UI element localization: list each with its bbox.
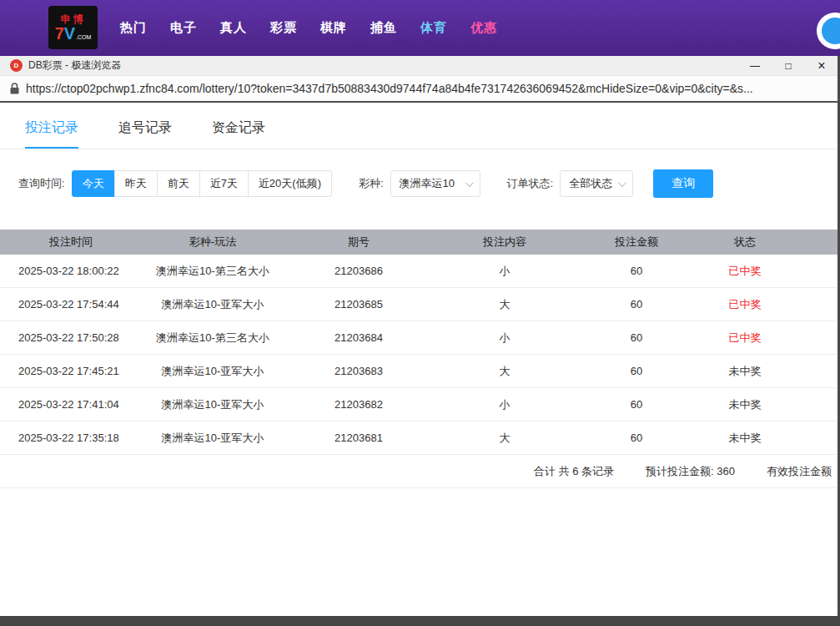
minimize-button[interactable]: — [738, 56, 772, 75]
cell-bet-content: 小 [434, 331, 576, 346]
address-bar[interactable]: https://ctop02pchwp1.zfnc84.com/lottery/… [0, 76, 840, 103]
nav-item-lottery[interactable]: 彩票 [259, 20, 309, 36]
cell-lottery-play: 澳洲幸运10-亚军大小 [142, 431, 284, 446]
table-row: 2025-03-22 18:00:22 澳洲幸运10-第三名大小 2120368… [0, 255, 840, 288]
lottery-records-page: 投注记录 追号记录 资金记录 查询时间: 今天 昨天 前天 近7天 近20天(低… [0, 103, 840, 616]
tab-chase-records[interactable]: 追号记录 [118, 119, 172, 149]
tab-bet-records[interactable]: 投注记录 [25, 119, 78, 149]
table-row: 2025-03-22 17:54:44 澳洲幸运10-亚军大小 21203685… [0, 288, 840, 321]
header-issue-number: 期号 [284, 235, 434, 250]
cell-bet-amount: 60 [576, 265, 697, 277]
table-header-row: 投注时间 彩种-玩法 期号 投注内容 投注金额 状态 [0, 230, 840, 255]
service-icon [822, 18, 840, 44]
logo-text-cn: 申博 [61, 13, 86, 25]
nav-item-sports[interactable]: 体育 [409, 20, 459, 36]
cell-lottery-play: 澳洲幸运10-亚军大小 [142, 397, 284, 412]
cell-bet-time: 2025-03-22 17:50:28 [0, 331, 142, 344]
bet-records-table: 投注时间 彩种-玩法 期号 投注内容 投注金额 状态 2025-03-22 18… [0, 230, 840, 488]
nav-item-chess[interactable]: 棋牌 [309, 20, 359, 36]
summary-expected-amount: 预计投注金额: 360 [646, 464, 735, 479]
cell-lottery-play: 澳洲幸运10-亚军大小 [142, 297, 284, 312]
cell-bet-amount: 60 [576, 365, 697, 377]
customer-service-float-icon[interactable] [817, 13, 840, 49]
nav-item-hot[interactable]: 热门 [108, 20, 158, 36]
order-status-label: 订单状态: [507, 176, 554, 191]
window-controls: — □ × [738, 56, 838, 75]
cell-lottery-play: 澳洲幸运10-第三名大小 [142, 331, 284, 346]
header-bet-time: 投注时间 [0, 235, 142, 250]
time-filter-yesterday-button[interactable]: 昨天 [114, 170, 158, 197]
site-topbar: 申博 7 V .COM 热门 电子 真人 彩票 棋牌 捕鱼 体育 优惠 [0, 0, 840, 56]
cell-bet-content: 大 [434, 364, 576, 379]
cell-bet-content: 小 [434, 264, 576, 279]
cell-bet-amount: 60 [576, 398, 697, 411]
lottery-type-select[interactable]: 澳洲幸运10 [390, 170, 480, 197]
table-summary-row: 合计 共 6 条记录 预计投注金额: 360 有效投注金额 [0, 455, 840, 488]
main-nav: 热门 电子 真人 彩票 棋牌 捕鱼 体育 优惠 [108, 20, 509, 36]
order-status-select[interactable]: 全部状态 [560, 170, 633, 197]
window-bottom-border [0, 616, 840, 626]
order-status-value: 全部状态 [569, 176, 612, 191]
table-row: 2025-03-22 17:50:28 澳洲幸运10-第三名大小 2120368… [0, 321, 840, 355]
browser-app-icon: D [10, 59, 23, 72]
tab-fund-records[interactable]: 资金记录 [212, 119, 265, 149]
cell-status: 未中奖 [697, 397, 792, 412]
nav-item-live[interactable]: 真人 [209, 20, 259, 36]
time-filter-label: 查询时间: [18, 176, 65, 191]
cell-bet-time: 2025-03-22 17:54:44 [0, 298, 142, 310]
lock-icon [10, 83, 19, 94]
filter-bar: 查询时间: 今天 昨天 前天 近7天 近20天(低频) 彩种: 澳洲幸运10 订… [18, 169, 840, 198]
header-lottery-play: 彩种-玩法 [142, 235, 284, 250]
cell-issue-number: 21203681 [284, 432, 434, 444]
query-button[interactable]: 查询 [653, 169, 713, 198]
header-bet-amount: 投注金额 [576, 235, 697, 250]
lottery-type-label: 彩种: [359, 176, 384, 191]
close-button[interactable]: × [805, 56, 838, 75]
table-row: 2025-03-22 17:35:18 澳洲幸运10-亚军大小 21203681… [0, 422, 840, 455]
cell-status: 已中奖 [697, 264, 792, 279]
cell-bet-content: 大 [434, 431, 576, 446]
browser-titlebar: D DB彩票 - 极速浏览器 — □ × [0, 56, 840, 76]
record-tabs: 投注记录 追号记录 资金记录 [0, 103, 840, 149]
header-bet-content: 投注内容 [434, 235, 576, 250]
table-row: 2025-03-22 17:41:04 澳洲幸运10-亚军大小 21203682… [0, 388, 840, 422]
cell-issue-number: 21203682 [284, 398, 434, 411]
time-filter-7days-button[interactable]: 近7天 [199, 170, 249, 197]
summary-valid-amount: 有效投注金额 [767, 464, 840, 479]
cell-status: 未中奖 [697, 431, 792, 446]
maximize-button[interactable]: □ [772, 56, 805, 75]
cell-status: 未中奖 [697, 364, 792, 379]
table-row: 2025-03-22 17:45:21 澳洲幸运10-亚军大小 21203683… [0, 355, 840, 388]
url-text: https://ctop02pchwp1.zfnc84.com/lottery/… [26, 82, 753, 95]
cell-bet-amount: 60 [576, 298, 697, 310]
site-logo[interactable]: 申博 7 V .COM [48, 6, 98, 49]
cell-issue-number: 21203683 [284, 365, 434, 377]
chevron-down-icon [618, 179, 626, 187]
nav-item-promo[interactable]: 优惠 [459, 20, 509, 36]
cell-bet-content: 大 [434, 297, 576, 312]
cell-bet-amount: 60 [576, 331, 697, 344]
cell-lottery-play: 澳洲幸运10-第三名大小 [142, 264, 284, 279]
nav-item-fishing[interactable]: 捕鱼 [359, 20, 409, 36]
cell-status: 已中奖 [697, 331, 792, 346]
cell-bet-time: 2025-03-22 17:45:21 [0, 365, 142, 377]
summary-total: 合计 共 6 条记录 [534, 464, 614, 479]
cell-bet-time: 2025-03-22 17:41:04 [0, 398, 142, 411]
nav-item-electronic[interactable]: 电子 [158, 20, 209, 36]
time-filter-20days-button[interactable]: 近20天(低频) [248, 170, 332, 197]
chevron-down-icon [465, 179, 474, 187]
cell-bet-time: 2025-03-22 17:35:18 [0, 432, 142, 444]
lottery-type-value: 澳洲幸运10 [400, 176, 455, 191]
logo-text-brand: 7 V .COM [55, 25, 92, 42]
time-filter-group: 今天 昨天 前天 近7天 近20天(低频) [72, 170, 332, 197]
cell-bet-time: 2025-03-22 18:00:22 [0, 265, 142, 277]
cell-issue-number: 21203685 [284, 298, 434, 310]
cell-bet-content: 小 [434, 397, 576, 412]
time-filter-daybefore-button[interactable]: 前天 [157, 170, 200, 197]
cell-issue-number: 21203684 [284, 331, 434, 344]
time-filter-today-button[interactable]: 今天 [72, 170, 115, 197]
window-title: DB彩票 - 极速浏览器 [28, 58, 121, 73]
header-status: 状态 [697, 235, 792, 250]
cell-status: 已中奖 [697, 297, 792, 312]
cell-lottery-play: 澳洲幸运10-亚军大小 [142, 364, 284, 379]
